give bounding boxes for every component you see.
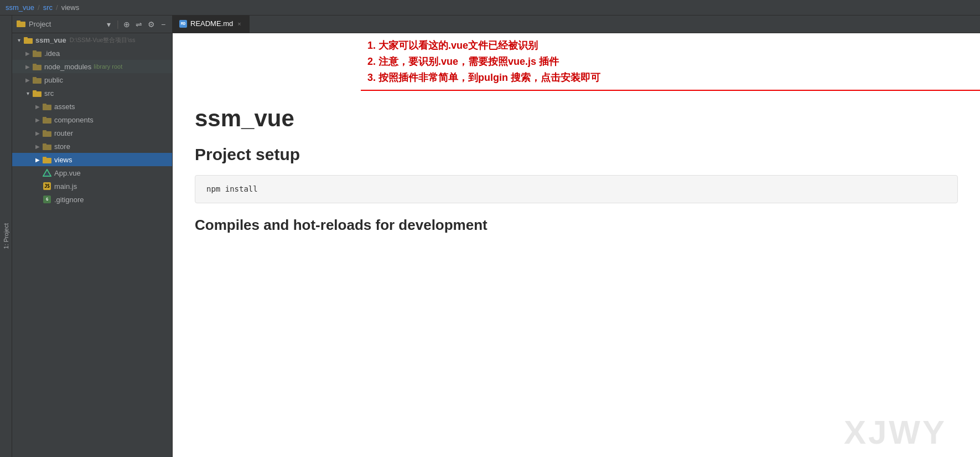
tab-md-icon: MD bbox=[179, 20, 187, 28]
svg-rect-19 bbox=[43, 143, 46, 146]
tree-item-store[interactable]: ▶ store bbox=[12, 140, 172, 153]
svg-rect-5 bbox=[33, 50, 37, 53]
arrow-ssm-vue: ▾ bbox=[14, 35, 23, 44]
svg-rect-7 bbox=[33, 64, 37, 66]
watermark: XJWY bbox=[844, 413, 947, 451]
tree-item-ssm-vue[interactable]: ▾ ssm_vue D:\SSM-Vue整合项目\ss bbox=[12, 33, 172, 47]
project-toolbar: Project ▾ | ⊕ ⇌ ⚙ − bbox=[12, 16, 172, 33]
anno2-prefix: 2. 注意，要识别 bbox=[367, 56, 438, 67]
tree-label-assets: assets bbox=[54, 102, 75, 111]
tree-label-store: store bbox=[54, 142, 70, 151]
folder-icon-node-modules bbox=[32, 62, 42, 71]
project-panel-tab[interactable]: 1: Project bbox=[0, 16, 12, 457]
folder-icon-idea bbox=[32, 49, 42, 58]
anno2-mid: ，需要按照 bbox=[458, 56, 508, 67]
svg-rect-21 bbox=[43, 157, 46, 159]
tree-label-idea: .idea bbox=[44, 49, 60, 58]
file-tree: ▾ ssm_vue D:\SSM-Vue整合项目\ss ▶ .idea ▶ bbox=[12, 33, 172, 457]
readme-section2: Compiles and hot-reloads for development bbox=[195, 217, 958, 234]
tree-label-ssm-vue: ssm_vue bbox=[35, 36, 66, 44]
tree-label-main-js: main.js bbox=[54, 182, 77, 191]
tree-item-views[interactable]: ▶ views bbox=[12, 153, 172, 166]
toolbar-title: Project bbox=[29, 20, 101, 28]
folder-icon-store bbox=[42, 142, 52, 151]
breadcrumb-ssm-vue[interactable]: ssm_vue bbox=[6, 3, 34, 12]
tree-item-src[interactable]: ▾ src bbox=[12, 86, 172, 100]
toolbar-globe-icon[interactable]: ⊕ bbox=[122, 20, 131, 29]
arrow-public: ▶ bbox=[23, 75, 32, 84]
arrow-views: ▶ bbox=[33, 155, 42, 164]
tree-item-gitignore[interactable]: ▶ G .gitignore bbox=[12, 193, 172, 206]
folder-icon-router bbox=[42, 129, 52, 137]
arrow-src: ▾ bbox=[23, 89, 32, 97]
readme-code-block-1: npm install bbox=[195, 175, 958, 203]
content-area: MD README.md × 1. 大家可以看这的.vue文件已经被识别 2. … bbox=[173, 16, 980, 457]
tree-item-assets[interactable]: ▶ assets bbox=[12, 100, 172, 113]
panel-tab-label: 1: Project bbox=[2, 219, 11, 253]
toolbar-dropdown-icon[interactable]: ▾ bbox=[105, 20, 113, 29]
tree-item-idea[interactable]: ▶ .idea bbox=[12, 47, 172, 60]
tree-item-main-js[interactable]: ▶ JS main.js bbox=[12, 179, 172, 193]
tree-item-app-vue[interactable]: ▶ App.vue bbox=[12, 166, 172, 179]
anno2-suf: 插件 bbox=[536, 56, 559, 67]
svg-rect-1 bbox=[17, 20, 20, 23]
toolbar-layout-icon[interactable]: ⇌ bbox=[134, 20, 143, 29]
readme-code-1: npm install bbox=[206, 184, 258, 193]
tree-item-components[interactable]: ▶ components bbox=[12, 113, 172, 126]
svg-rect-11 bbox=[33, 90, 37, 93]
anno1-suffix: 文件已经被识别 bbox=[468, 40, 538, 51]
anno1-highlight: .vue bbox=[448, 40, 468, 51]
anno3-prefix: 3. 按照插件非常简单，到 bbox=[367, 72, 478, 83]
anno2-h2: vue.js bbox=[508, 56, 536, 67]
anno2-h1: .vue bbox=[438, 56, 458, 67]
svg-rect-13 bbox=[43, 104, 46, 106]
tree-label-src: src bbox=[44, 89, 54, 97]
toolbar-minimize-icon[interactable]: − bbox=[159, 20, 168, 29]
svg-rect-15 bbox=[43, 117, 46, 119]
tab-bar: MD README.md × bbox=[173, 16, 980, 33]
arrow-components: ▶ bbox=[33, 115, 42, 124]
readme-section1: Project setup bbox=[195, 145, 958, 164]
arrow-router: ▶ bbox=[33, 129, 42, 137]
tree-label-views: views bbox=[54, 156, 72, 164]
vue-file-icon bbox=[42, 168, 52, 177]
tab-readme[interactable]: MD README.md × bbox=[173, 16, 250, 33]
breadcrumb-src[interactable]: src bbox=[43, 3, 53, 12]
svg-rect-3 bbox=[24, 37, 28, 39]
arrow-store: ▶ bbox=[33, 142, 42, 151]
svg-rect-17 bbox=[43, 130, 46, 132]
git-file-icon: G bbox=[42, 195, 52, 204]
tab-close-readme[interactable]: × bbox=[236, 20, 242, 28]
folder-icon-ssm-vue bbox=[23, 35, 33, 44]
library-root-badge: library root bbox=[94, 63, 122, 70]
folder-icon-public bbox=[32, 75, 42, 84]
tree-item-node-modules[interactable]: ▶ node_modules library root bbox=[12, 60, 172, 73]
annotation-overlay: 1. 大家可以看这的.vue文件已经被识别 2. 注意，要识别.vue，需要按照… bbox=[361, 33, 980, 91]
toolbar-gear-icon[interactable]: ⚙ bbox=[147, 20, 155, 29]
js-file-icon: JS bbox=[42, 182, 52, 191]
anno3-suf: 搜索，点击安装即可 bbox=[508, 72, 600, 83]
anno3-h1: pulgin bbox=[478, 72, 508, 83]
folder-icon-components bbox=[42, 115, 52, 124]
breadcrumb-sep-2: / bbox=[56, 3, 58, 12]
folder-icon-assets bbox=[42, 102, 52, 111]
annotation-line-3: 3. 按照插件非常简单，到pulgin 搜索，点击安装即可 bbox=[367, 70, 973, 86]
project-panel: Project ▾ | ⊕ ⇌ ⚙ − ▾ ssm_vue D:\SSM-Vue… bbox=[12, 16, 173, 457]
breadcrumb: ssm_vue / src / views bbox=[0, 0, 980, 16]
tree-label-node-modules: node_modules bbox=[44, 63, 91, 71]
tree-item-router[interactable]: ▶ router bbox=[12, 126, 172, 140]
tree-label-public: public bbox=[44, 76, 63, 84]
tree-item-public[interactable]: ▶ public bbox=[12, 73, 172, 86]
tree-label-router: router bbox=[54, 129, 73, 137]
folder-icon-src bbox=[32, 89, 42, 97]
readme-content: 1. 大家可以看这的.vue文件已经被识别 2. 注意，要识别.vue，需要按照… bbox=[173, 33, 980, 457]
tree-label-app-vue: App.vue bbox=[54, 169, 81, 177]
svg-rect-9 bbox=[33, 77, 37, 79]
arrow-idea: ▶ bbox=[23, 49, 32, 58]
arrow-node-modules: ▶ bbox=[23, 62, 32, 71]
tree-label-components: components bbox=[54, 116, 94, 124]
breadcrumb-views: views bbox=[61, 3, 80, 12]
tree-path-ssm-vue: D:\SSM-Vue整合项目\ss bbox=[70, 36, 136, 44]
project-folder-icon bbox=[17, 19, 25, 29]
annotation-line-1: 1. 大家可以看这的.vue文件已经被识别 bbox=[367, 38, 973, 54]
